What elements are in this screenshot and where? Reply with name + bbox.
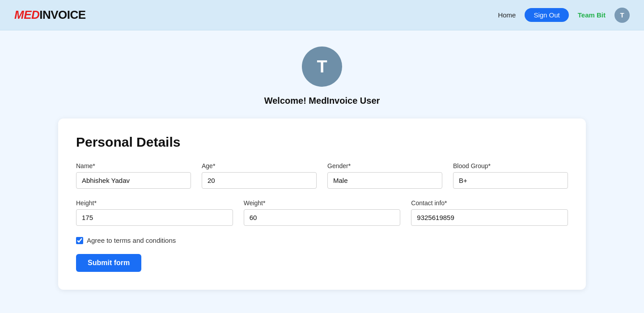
name-group: Name*: [76, 162, 191, 189]
user-avatar-large: T: [302, 47, 342, 87]
form-title: Personal Details: [76, 135, 568, 150]
main-content: T Welcome! MedInvoice User Personal Deta…: [0, 30, 644, 290]
form-row-1: Name* Age* Gender* Blood Group*: [76, 162, 568, 189]
name-label: Name*: [76, 162, 191, 169]
team-bit-label: Team Bit: [578, 11, 606, 19]
blood-group-group: Blood Group*: [453, 162, 568, 189]
nav-home-link[interactable]: Home: [498, 11, 516, 19]
weight-input[interactable]: [244, 209, 401, 226]
age-group: Age*: [202, 162, 317, 189]
contact-label: Contact info*: [411, 199, 568, 207]
submit-button[interactable]: Submit form: [76, 254, 141, 272]
height-input[interactable]: [76, 209, 233, 226]
weight-group: Weight*: [244, 199, 401, 226]
welcome-text: Welcome! MedInvoice User: [264, 96, 380, 106]
signout-button[interactable]: Sign Out: [525, 8, 568, 22]
gender-label: Gender*: [327, 162, 442, 169]
header-avatar: T: [614, 8, 630, 23]
age-label: Age*: [202, 162, 317, 169]
terms-label[interactable]: Agree to terms and conditions: [87, 237, 176, 244]
blood-group-input[interactable]: [453, 172, 568, 189]
terms-row: Agree to terms and conditions: [76, 237, 568, 244]
contact-input[interactable]: [411, 209, 568, 226]
height-group: Height*: [76, 199, 233, 226]
logo-med: MED: [14, 8, 39, 22]
terms-checkbox[interactable]: [76, 237, 83, 244]
form-row-2: Height* Weight* Contact info*: [76, 199, 568, 226]
weight-label: Weight*: [244, 199, 401, 207]
height-label: Height*: [76, 199, 233, 207]
blood-group-label: Blood Group*: [453, 162, 568, 169]
personal-details-card: Personal Details Name* Age* Gender* Bloo…: [58, 118, 586, 290]
contact-group: Contact info*: [411, 199, 568, 226]
header: MED INVOICE Home Sign Out Team Bit T: [0, 0, 644, 30]
name-input[interactable]: [76, 172, 191, 189]
age-input[interactable]: [202, 172, 317, 189]
gender-group: Gender*: [327, 162, 442, 189]
logo-invoice: INVOICE: [39, 8, 85, 22]
header-right: Home Sign Out Team Bit T: [498, 8, 630, 23]
logo: MED INVOICE: [14, 8, 86, 22]
gender-input[interactable]: [327, 172, 442, 189]
